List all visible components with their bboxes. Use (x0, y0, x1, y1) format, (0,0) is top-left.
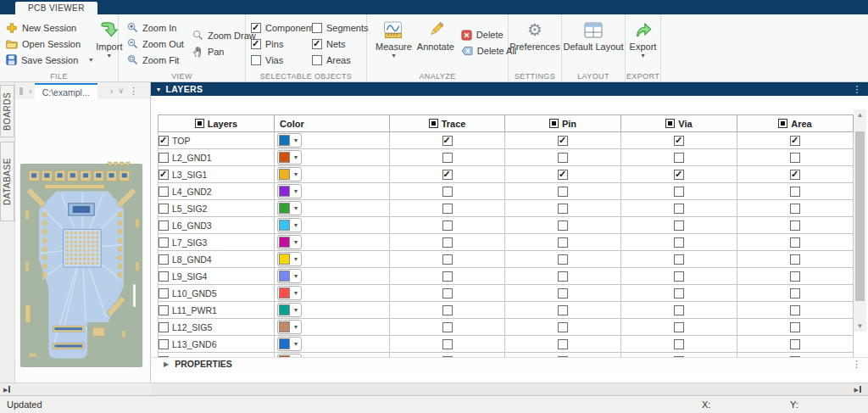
layer-area-checkbox[interactable] (790, 254, 800, 265)
layer-area-checkbox[interactable] (790, 220, 800, 231)
scroll-to-end-icon[interactable]: ▶ (854, 386, 861, 393)
scrollbar-thumb[interactable] (855, 131, 865, 301)
layer-pin-checkbox[interactable] (558, 153, 568, 163)
layer-color-picker[interactable]: ▾ (277, 337, 302, 351)
save-session-button[interactable]: Save Session ▾ (4, 52, 94, 68)
layer-trace-checkbox[interactable] (442, 187, 453, 197)
layer-pin-checkbox[interactable] (558, 305, 568, 315)
layer-pin-checkbox[interactable] (558, 170, 568, 180)
layer-trace-checkbox[interactable] (442, 288, 453, 299)
new-session-button[interactable]: New Session (4, 20, 94, 36)
layer-via-checkbox[interactable] (674, 153, 684, 163)
column-header-trace[interactable]: Trace (390, 115, 505, 132)
selectable-vias-checkbox[interactable]: Vias (251, 52, 312, 68)
layer-visible-checkbox[interactable] (159, 136, 169, 146)
chevron-down-icon[interactable]: ∨ (115, 87, 126, 95)
chevron-left-icon[interactable]: ‹ (26, 86, 35, 96)
layer-area-checkbox[interactable] (790, 305, 800, 315)
layer-trace-checkbox[interactable] (442, 254, 453, 265)
layer-visible-checkbox[interactable] (159, 271, 169, 282)
column-header-area[interactable]: Area (737, 115, 854, 132)
layer-visible-checkbox[interactable] (159, 322, 169, 332)
main-horizontal-scrollbar[interactable]: ▶ (151, 382, 868, 395)
open-session-button[interactable]: Open Session (4, 36, 94, 52)
layer-trace-checkbox[interactable] (442, 170, 453, 180)
layer-pin-checkbox[interactable] (558, 187, 568, 197)
layer-trace-checkbox[interactable] (442, 237, 453, 248)
scroll-to-end-icon[interactable]: ▶ (3, 386, 10, 393)
layer-color-picker[interactable]: ▾ (277, 150, 302, 165)
layer-color-picker[interactable]: ▾ (277, 286, 302, 300)
layer-via-checkbox[interactable] (674, 204, 684, 214)
layer-pin-checkbox[interactable] (558, 220, 568, 231)
layer-via-checkbox[interactable] (674, 254, 684, 265)
kebab-menu-icon[interactable]: ⋮ (853, 84, 862, 95)
selectable-pins-checkbox[interactable]: Pins (251, 36, 312, 52)
chevron-down-icon[interactable]: ▾ (89, 57, 92, 64)
layer-via-checkbox[interactable] (674, 220, 684, 231)
layer-via-checkbox[interactable] (674, 187, 684, 197)
layer-trace-checkbox[interactable] (442, 153, 453, 163)
layer-via-checkbox[interactable] (674, 339, 684, 349)
sidebar-tab-database[interactable]: DATABASE (0, 142, 14, 221)
layer-visible-checkbox[interactable] (159, 187, 169, 197)
layer-via-checkbox[interactable] (674, 170, 684, 180)
layers-panel-header[interactable]: ▾ LAYERS ⋮ (151, 82, 868, 96)
layer-pin-checkbox[interactable] (558, 136, 568, 146)
layer-pin-checkbox[interactable] (558, 254, 568, 265)
layer-visible-checkbox[interactable] (159, 288, 169, 299)
layer-trace-checkbox[interactable] (442, 305, 453, 315)
layer-area-checkbox[interactable] (790, 153, 800, 163)
layer-visible-checkbox[interactable] (159, 204, 169, 214)
layer-pin-checkbox[interactable] (558, 271, 568, 282)
layer-via-checkbox[interactable] (674, 237, 684, 248)
layer-trace-checkbox[interactable] (442, 204, 453, 214)
layer-color-picker[interactable]: ▾ (277, 218, 302, 232)
layer-trace-checkbox[interactable] (442, 271, 453, 282)
selectable-components-checkbox[interactable]: Components (251, 20, 312, 36)
layer-area-checkbox[interactable] (790, 339, 800, 349)
layer-area-checkbox[interactable] (790, 271, 800, 282)
layer-color-picker[interactable]: ▾ (277, 320, 302, 334)
properties-panel-header[interactable]: ▶ PROPERTIES ⋮ (151, 357, 868, 370)
layer-via-checkbox[interactable] (674, 305, 684, 315)
column-header-layers[interactable]: Layers (159, 115, 275, 132)
layer-area-checkbox[interactable] (790, 288, 800, 299)
layer-visible-checkbox[interactable] (159, 153, 169, 163)
zoom-fit-button[interactable]: Zoom Fit (125, 52, 186, 68)
layer-via-checkbox[interactable] (674, 322, 684, 332)
select-all-via-checkbox[interactable] (665, 119, 675, 128)
vertical-scrollbar[interactable]: ▲ ▼ (854, 109, 866, 332)
layer-trace-checkbox[interactable] (442, 136, 453, 146)
layer-area-checkbox[interactable] (790, 136, 800, 146)
layer-visible-checkbox[interactable] (159, 237, 169, 248)
select-all-area-checkbox[interactable] (778, 119, 787, 128)
layer-color-picker[interactable]: ▾ (277, 184, 302, 198)
layer-trace-checkbox[interactable] (442, 339, 453, 349)
chevron-right-icon[interactable]: › (108, 86, 116, 96)
layer-visible-checkbox[interactable] (159, 305, 169, 315)
layer-color-picker[interactable]: ▾ (277, 133, 302, 148)
layer-color-picker[interactable]: ▾ (277, 252, 302, 266)
layer-color-picker[interactable]: ▾ (277, 303, 302, 317)
layer-via-checkbox[interactable] (674, 136, 684, 146)
layer-color-picker[interactable]: ▾ (277, 235, 302, 249)
board-preview[interactable] (15, 99, 150, 382)
layer-trace-checkbox[interactable] (442, 220, 453, 231)
selectable-nets-checkbox[interactable]: Nets (312, 36, 369, 52)
select-all-trace-checkbox[interactable] (429, 119, 438, 128)
selectable-segments-checkbox[interactable]: Segments (312, 20, 369, 36)
layer-area-checkbox[interactable] (790, 322, 800, 332)
layer-pin-checkbox[interactable] (558, 322, 568, 332)
layer-trace-checkbox[interactable] (442, 322, 453, 332)
layer-area-checkbox[interactable] (790, 204, 800, 214)
layer-pin-checkbox[interactable] (558, 204, 568, 214)
document-tab[interactable]: C:\exampl... (35, 83, 97, 100)
drag-grip-icon[interactable] (19, 87, 23, 95)
preferences-button[interactable]: ⚙ Preferences (509, 14, 561, 52)
column-header-pin[interactable]: Pin (505, 115, 621, 132)
scroll-down-icon[interactable]: ▼ (854, 322, 866, 330)
layer-visible-checkbox[interactable] (159, 170, 169, 180)
selectable-areas-checkbox[interactable]: Areas (312, 52, 369, 68)
left-horizontal-scrollbar[interactable]: ▶ (0, 382, 151, 395)
